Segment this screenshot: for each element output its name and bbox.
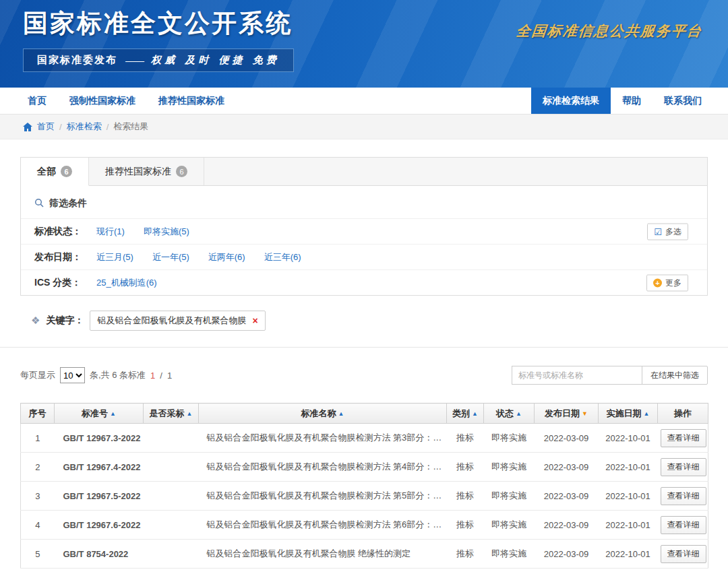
view-detail-button[interactable]: 查看详细 bbox=[661, 545, 706, 563]
plus-circle-icon: + bbox=[653, 278, 662, 287]
standard-code-link[interactable]: GB/T 8754-2022 bbox=[55, 540, 144, 569]
col-header-publish-date[interactable]: 发布日期▼ bbox=[535, 404, 599, 424]
keyword-icon: ❖ bbox=[31, 315, 40, 327]
actions-cell: 查看详细 bbox=[658, 540, 708, 569]
standard-name: 铝及铝合金阳极氧化膜及有机聚合物膜检测方法 第3部分：盐... bbox=[199, 424, 447, 453]
nav-item-home[interactable]: 首页 bbox=[16, 88, 58, 114]
nav-item-help[interactable]: 帮助 bbox=[611, 88, 653, 114]
standard-name: 铝及铝合金阳极氧化膜及有机聚合物膜检测方法 第4部分：耐... bbox=[199, 453, 447, 482]
col-header-code[interactable]: 标准号▲ bbox=[55, 404, 144, 424]
col-header-status[interactable]: 状态▲ bbox=[484, 404, 535, 424]
filter-options-publish-date: 近三月(5) 近一年(5) 近两年(6) 近三年(6) bbox=[96, 251, 301, 263]
keyword-row: ❖ 关键字： 铝及铝合金阳极氧化膜及有机聚合物膜 × bbox=[20, 311, 708, 331]
results-section: 每页显示 10 条,共 6 条标准 1 / 1 在结果中筛选 序号 bbox=[0, 347, 728, 569]
tab-recommended-label: 推荐性国家标准 bbox=[105, 166, 171, 178]
row-index: 4 bbox=[21, 511, 55, 540]
actions-cell: 查看详细 bbox=[658, 453, 708, 482]
filter-option-3-years[interactable]: 近三年(6) bbox=[264, 251, 301, 263]
nav-item-recommended-standards[interactable]: 推荐性国家标准 bbox=[147, 88, 236, 114]
tab-recommended-standards[interactable]: 推荐性国家标准 6 bbox=[89, 158, 204, 185]
per-page-select[interactable]: 10 bbox=[60, 367, 85, 383]
col-header-name[interactable]: 标准名称▲ bbox=[199, 404, 447, 424]
publisher-text: 国家标准委发布 bbox=[37, 54, 117, 67]
view-detail-button[interactable]: 查看详细 bbox=[661, 516, 706, 534]
result-search-input[interactable] bbox=[512, 366, 642, 385]
filter-option-3-months[interactable]: 近三月(5) bbox=[96, 251, 133, 263]
dash-decoration: —— bbox=[125, 55, 143, 66]
checkbox-icon: ☑ bbox=[654, 227, 662, 236]
view-detail-button[interactable]: 查看详细 bbox=[661, 487, 706, 505]
keyword-tag-text: 铝及铝合金阳极氧化膜及有机聚合物膜 bbox=[97, 315, 246, 327]
per-page-label: 每页显示 bbox=[20, 369, 55, 381]
keyword-label: 关键字： bbox=[46, 315, 84, 327]
filter-conditions-title: 筛选条件 bbox=[49, 197, 87, 210]
adopted-cell bbox=[144, 540, 199, 569]
breadcrumb-home[interactable]: 首页 bbox=[37, 121, 55, 133]
results-search: 在结果中筛选 bbox=[512, 366, 708, 385]
implement-date-cell: 2022-10-01 bbox=[599, 540, 658, 569]
nav-item-search-results[interactable]: 标准检索结果 bbox=[531, 88, 611, 114]
filter-options-status: 现行(1) 即将实施(5) bbox=[96, 226, 189, 238]
row-index: 3 bbox=[21, 482, 55, 511]
tab-all[interactable]: 全部 6 bbox=[21, 158, 89, 186]
view-detail-button[interactable]: 查看详细 bbox=[661, 458, 706, 476]
status-cell: 即将实施 bbox=[484, 453, 535, 482]
publish-date-cell: 2022-03-09 bbox=[535, 482, 599, 511]
col-header-implement-date[interactable]: 实施日期▲ bbox=[599, 404, 658, 424]
standard-code-link[interactable]: GB/T 12967.6-2022 bbox=[55, 511, 144, 540]
standard-name: 铝及铝合金阳极氧化膜及有机聚合物膜检测方法 第5部分：抗... bbox=[199, 482, 447, 511]
page-separator: / bbox=[160, 370, 162, 381]
standard-code-link[interactable]: GB/T 12967.3-2022 bbox=[55, 424, 144, 453]
filter-options-ics: 25_机械制造(6) bbox=[96, 277, 157, 289]
view-detail-button[interactable]: 查看详细 bbox=[661, 429, 706, 447]
actions-cell: 查看详细 bbox=[658, 424, 708, 453]
table-row: 3 GB/T 12967.5-2022 铝及铝合金阳极氧化膜及有机聚合物膜检测方… bbox=[21, 482, 708, 511]
standard-code-link[interactable]: GB/T 12967.4-2022 bbox=[55, 453, 144, 482]
row-index: 2 bbox=[21, 453, 55, 482]
filter-label-status: 标准状态： bbox=[34, 226, 96, 238]
status-cell: 即将实施 bbox=[484, 540, 535, 569]
site-title: 国家标准全文公开系统 bbox=[23, 7, 293, 40]
implement-date-cell: 2022-10-01 bbox=[599, 511, 658, 540]
more-button[interactable]: + 更多 bbox=[646, 274, 688, 291]
col-header-actions: 操作 bbox=[658, 404, 708, 424]
filter-option-current[interactable]: 现行(1) bbox=[96, 226, 125, 238]
col-header-adopted[interactable]: 是否采标▲ bbox=[144, 404, 199, 424]
publish-date-cell: 2022-03-09 bbox=[535, 540, 599, 569]
category-cell: 推标 bbox=[447, 424, 484, 453]
col-header-index: 序号 bbox=[21, 404, 55, 424]
implement-date-cell: 2022-10-01 bbox=[599, 482, 658, 511]
breadcrumb-standard-search[interactable]: 标准检索 bbox=[67, 121, 102, 133]
sort-desc-icon: ▼ bbox=[582, 410, 588, 417]
standard-name: 铝及铝合金阳极氧化膜及有机聚合物膜 绝缘性的测定 bbox=[199, 540, 447, 569]
breadcrumb: 首页 / 标准检索 / 检索结果 bbox=[0, 115, 728, 139]
table-header-row: 序号 标准号▲ 是否采标▲ 标准名称▲ 类别▲ 状态▲ 发布日期▼ 实施日期▲ … bbox=[21, 404, 708, 424]
remove-keyword-icon[interactable]: × bbox=[252, 316, 257, 325]
sort-asc-icon: ▲ bbox=[187, 410, 193, 417]
nav-item-mandatory-standards[interactable]: 强制性国家标准 bbox=[58, 88, 147, 114]
adopted-cell bbox=[144, 424, 199, 453]
filter-in-results-button[interactable]: 在结果中筛选 bbox=[642, 366, 708, 385]
category-cell: 推标 bbox=[447, 453, 484, 482]
filter-row-status: 标准状态： 现行(1) 即将实施(5) ☑ 多选 bbox=[21, 218, 707, 244]
nav-item-contact[interactable]: 联系我们 bbox=[653, 88, 713, 114]
filter-option-2-years[interactable]: 近两年(6) bbox=[208, 251, 245, 263]
slogan-text: 权威 及时 便捷 免费 bbox=[151, 54, 280, 67]
tab-all-label: 全部 bbox=[37, 166, 56, 178]
multi-select-label: 多选 bbox=[665, 226, 681, 237]
more-label: 更多 bbox=[665, 277, 681, 288]
filter-option-machinery[interactable]: 25_机械制造(6) bbox=[96, 277, 157, 289]
col-header-category[interactable]: 类别▲ bbox=[447, 404, 484, 424]
category-cell: 推标 bbox=[447, 540, 484, 569]
filter-option-1-year[interactable]: 近一年(5) bbox=[152, 251, 189, 263]
tab-recommended-count-badge: 6 bbox=[176, 166, 187, 177]
publish-date-cell: 2022-03-09 bbox=[535, 511, 599, 540]
multi-select-button[interactable]: ☑ 多选 bbox=[647, 223, 688, 240]
sort-asc-icon: ▲ bbox=[472, 410, 478, 417]
table-row: 5 GB/T 8754-2022 铝及铝合金阳极氧化膜及有机聚合物膜 绝缘性的测… bbox=[21, 540, 708, 569]
table-row: 1 GB/T 12967.3-2022 铝及铝合金阳极氧化膜及有机聚合物膜检测方… bbox=[21, 424, 708, 453]
standard-code-link[interactable]: GB/T 12967.5-2022 bbox=[55, 482, 144, 511]
adopted-cell bbox=[144, 482, 199, 511]
filter-option-upcoming[interactable]: 即将实施(5) bbox=[144, 226, 189, 238]
page: 国家标准全文公开系统 全国标准信息公共服务平台 国家标准委发布 —— 权威 及时… bbox=[0, 0, 728, 580]
